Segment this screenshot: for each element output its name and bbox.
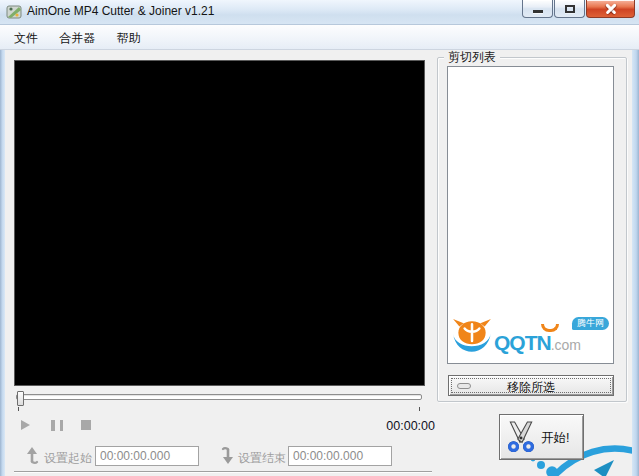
close-button[interactable] xyxy=(586,0,635,18)
video-preview xyxy=(14,60,425,386)
set-start-arrow-icon xyxy=(25,447,39,464)
remove-selected-button[interactable]: 移除所选 xyxy=(448,375,614,396)
seek-tick-start xyxy=(18,407,19,411)
minimize-button[interactable] xyxy=(522,0,553,18)
qqtn-brand: QQTN xyxy=(494,331,551,354)
cut-list[interactable]: QQTN.com 腾牛网 xyxy=(447,66,614,364)
menubar: 文件 合并器 帮助 xyxy=(0,25,639,50)
menu-help[interactable]: 帮助 xyxy=(108,25,150,51)
app-window: { "window": { "title": "AimOne MP4 Cutte… xyxy=(0,0,639,476)
menu-joiner[interactable]: 合并器 xyxy=(50,25,104,51)
seek-track[interactable] xyxy=(16,394,422,400)
qqtn-text: QQTN.com xyxy=(494,331,581,355)
set-end-arrow-icon xyxy=(221,447,235,464)
qqtn-suffix: .com xyxy=(551,337,581,353)
qqtn-logo-icon xyxy=(451,318,493,360)
menu-file[interactable]: 文件 xyxy=(5,25,47,51)
end-time-field[interactable] xyxy=(288,446,392,466)
pause-button[interactable] xyxy=(51,420,63,431)
maximize-button[interactable] xyxy=(554,0,585,18)
seek-thumb[interactable] xyxy=(17,391,24,406)
cut-list-label: 剪切列表 xyxy=(444,49,500,66)
time-display: 00:00:00 xyxy=(355,419,435,433)
start-button[interactable]: 开始! xyxy=(499,414,584,460)
bottom-divider xyxy=(14,471,432,473)
seek-slider[interactable] xyxy=(15,391,423,411)
window-title: AimOne MP4 Cutter & Joiner v1.21 xyxy=(27,4,214,18)
set-start-label: 设置起始 xyxy=(44,450,92,467)
start-time-field[interactable] xyxy=(95,446,199,466)
window-controls xyxy=(521,0,635,18)
minimize-icon xyxy=(533,10,543,13)
stop-button[interactable] xyxy=(81,420,91,430)
seek-tick-end xyxy=(419,407,420,411)
cut-list-group: 剪切列表 QQTN.com 腾牛网 移除所选 xyxy=(437,57,627,402)
app-icon xyxy=(6,4,22,20)
window-frame-left xyxy=(0,25,5,476)
maximize-icon xyxy=(565,5,575,13)
scissors-icon xyxy=(506,421,536,453)
qqtn-badge: 腾牛网 xyxy=(572,317,609,330)
remove-selected-label: 移除所选 xyxy=(449,379,613,396)
play-button[interactable] xyxy=(21,420,30,430)
start-label: 开始! xyxy=(541,430,569,447)
window-frame-right xyxy=(632,25,639,476)
close-icon xyxy=(604,2,617,15)
qqtn-watermark: QQTN.com 腾牛网 xyxy=(449,316,612,362)
set-end-label: 设置结束 xyxy=(238,450,286,467)
titlebar[interactable]: AimOne MP4 Cutter & Joiner v1.21 xyxy=(0,0,639,25)
